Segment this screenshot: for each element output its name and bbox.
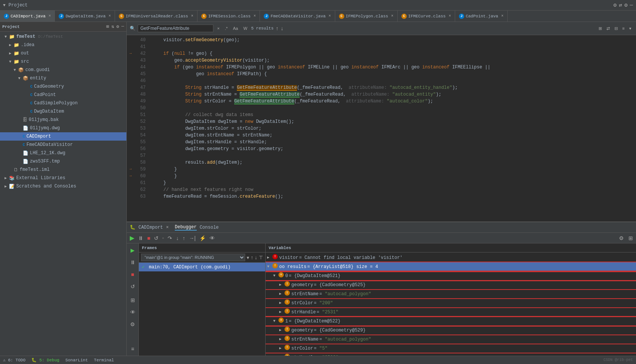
var-item-strhandle1[interactable]: ▶ ! strHandle = "2533" <box>266 353 636 356</box>
search-prev-btn[interactable]: ↑ <box>276 25 278 31</box>
tab-dwgdataitem-java[interactable]: J DwgDataItem.java × <box>55 11 115 22</box>
tree-item-zws53ff[interactable]: 📄 zws53FF.tmp <box>0 157 126 166</box>
tree-item-out[interactable]: ▶ 📁 out <box>0 49 126 57</box>
var-item-results[interactable]: ▼ ! oo results = {ArrayList@518} size = … <box>266 262 636 271</box>
tab-close[interactable]: × <box>391 14 393 18</box>
tree-item-cadgeometry[interactable]: C CadGeometry <box>0 82 126 91</box>
var-item-strentname0[interactable]: ▶ ! strEntName = "autocad_polygon" <box>266 290 636 299</box>
search-option3-btn[interactable]: ⊟ <box>613 25 619 32</box>
tree-item-externallibraries[interactable]: ▶ 📚 External Libraries <box>0 174 126 182</box>
search-regex-btn[interactable]: .* <box>223 25 229 31</box>
var-item-1[interactable]: ▼ ≡ 1 = {DwgDataItem@522} <box>266 317 636 326</box>
debug-title-close[interactable]: × <box>166 225 169 230</box>
code-editor[interactable]: 40 visitor.setFmeGeometry(geo); 41 → 42 … <box>127 35 636 221</box>
tree-item-scratches[interactable]: ▶ 📝 Scratches and Consoles <box>0 182 126 191</box>
tree-item-fmecaddatavisitor[interactable]: C FmeCADDataVisitor <box>0 141 126 149</box>
chevron-icon[interactable]: ⇅ <box>111 24 114 29</box>
tree-item-dwgdataitem[interactable]: C DwgDataItem <box>0 107 126 116</box>
config-icon[interactable]: ⚙ <box>624 2 627 8</box>
search-input[interactable] <box>138 25 213 32</box>
tree-item-cadimport[interactable]: C CADImport <box>0 132 126 141</box>
search-case-btn[interactable]: Aa <box>232 25 239 31</box>
settings-icon[interactable]: ⚙ <box>613 2 616 8</box>
search-word-btn[interactable]: W <box>242 25 249 31</box>
tab-fmecaddatavisitor-java[interactable]: J FmeCADDataVisitor.java × <box>260 11 335 22</box>
search-option2-btn[interactable]: ⇄ <box>605 25 611 32</box>
settings-sidebar-icon[interactable]: ⚙ <box>117 24 119 29</box>
tree-item-cadsimplepolygon[interactable]: C CadSimplePolygon <box>0 99 126 107</box>
tree-item-fmetestiml[interactable]: 🗋 fmeTest.iml <box>0 166 126 174</box>
debug-pause-btn[interactable]: ⏸ <box>137 234 145 242</box>
tree-item-lhe12[interactable]: 📄 LHE_12_1K.dwg <box>0 149 126 157</box>
search-option4-btn[interactable]: ≡ <box>621 25 626 32</box>
debug-tab-debugger[interactable]: Debugger <box>175 225 197 231</box>
tree-item-fmetest[interactable]: ▼ 📁 fmeTest D:/fmeTest <box>0 33 126 41</box>
search-option1-btn[interactable]: ⊞ <box>597 25 603 32</box>
debug-settings-btn[interactable]: ⚙ <box>617 234 625 242</box>
tab-close[interactable]: × <box>329 14 331 18</box>
debug-side-more[interactable]: ≡ <box>128 344 138 354</box>
status-debug[interactable]: 🐛 5: Debug <box>31 358 59 362</box>
frame-up-btn[interactable]: ↑ <box>251 255 253 260</box>
layout-icon[interactable]: ⊞ <box>106 24 109 29</box>
tab-ifmepolygon-class[interactable]: C IFMEPolygon.class × <box>335 11 398 22</box>
var-item-0[interactable]: ▼ ≡ 0 = {DwgDataItem@521} <box>266 271 636 280</box>
debug-resume-btn[interactable]: ▶ <box>128 234 136 242</box>
tab-cadpoint-java[interactable]: J CadPoint.java × <box>455 11 508 22</box>
debug-stepin-btn[interactable]: ↓ <box>174 234 180 242</box>
var-item-geometry0[interactable]: ▶ ! geometry = {CadGeometry@525} <box>266 280 636 290</box>
debug-watches-btn[interactable]: 👁 <box>208 234 216 242</box>
status-terminal[interactable]: Terminal <box>94 358 114 362</box>
minimize-sidebar-icon[interactable]: ─ <box>121 24 124 29</box>
tab-close-cadimport[interactable]: × <box>48 14 51 18</box>
debug-stepout-btn[interactable]: ↑ <box>181 234 187 242</box>
debug-stepover-btn[interactable]: ↷ <box>166 234 174 242</box>
debug-layout-btn[interactable]: ⊞ <box>627 234 634 242</box>
tab-close[interactable]: × <box>449 14 451 18</box>
debug-evaluate-btn[interactable]: ⚡ <box>198 234 207 242</box>
search-clear-btn[interactable]: × <box>216 25 221 31</box>
arrange-icon[interactable]: ⇄ <box>619 2 622 8</box>
debug-side-pause[interactable]: ⏸ <box>128 257 138 268</box>
debug-side-stop[interactable]: ■ <box>128 269 138 280</box>
search-next-btn[interactable]: ↓ <box>281 25 283 31</box>
tree-item-src[interactable]: ▼ 📁 src <box>0 57 126 66</box>
tab-close[interactable]: × <box>253 14 256 18</box>
frame-down-btn[interactable]: ↓ <box>255 255 257 260</box>
tree-item-entity[interactable]: ▼ 📦 entity <box>0 74 126 82</box>
var-item-strcolor1[interactable]: ▶ ! strColor = "5" <box>266 344 636 353</box>
var-item-strentname1[interactable]: ▶ ! strEntName = "autocad_polygon" <box>266 335 636 344</box>
status-sonarlint[interactable]: SonarLint <box>65 358 88 362</box>
debug-runtocursor-btn[interactable]: →| <box>187 234 197 242</box>
thread-selector[interactable]: "main"@1 in group "main": RUNNING <box>141 254 245 261</box>
frame-item-main70[interactable]: ✓ main:70, CADImport (com.guodi) <box>139 263 265 271</box>
debug-side-watch[interactable]: 👁 <box>128 307 138 318</box>
debug-tab-console[interactable]: Console <box>200 225 219 231</box>
tree-item-01ljymqbak[interactable]: 🗄 01ljymq.bak <box>0 116 126 124</box>
debug-rerun-btn[interactable]: ↺ <box>152 234 160 242</box>
frame-filter-btn[interactable]: ▾ <box>247 255 249 260</box>
tab-close[interactable]: × <box>501 14 504 18</box>
tree-item-comguodi[interactable]: ▼ 📦 com.guodi <box>0 66 126 74</box>
tab-ifmeuniversalreader-class[interactable]: C IFMEUniversalReader.class × <box>115 11 197 22</box>
tree-item-cadpoint[interactable]: C CadPoint <box>0 91 126 99</box>
var-item-geometry1[interactable]: ▶ ! geometry = {CadGeometry@529} <box>266 326 636 335</box>
search-filter-btn[interactable]: ▾ <box>628 25 633 32</box>
tab-cadimport-java[interactable]: J CADImport.java × <box>0 11 55 22</box>
debug-side-settings[interactable]: ⚙ <box>128 319 138 330</box>
debug-side-resume[interactable]: ▶ <box>128 245 138 256</box>
debug-side-rerun[interactable]: ↺ <box>128 281 138 292</box>
tab-close[interactable]: × <box>109 14 111 18</box>
tab-ifmecurve-class[interactable]: C IFMECurve.class × <box>398 11 455 22</box>
var-item-strcolor0[interactable]: ▶ ! strColor = "200" <box>266 299 636 308</box>
tree-item-01ljymqdwg[interactable]: 📄 01ljymq.dwg <box>0 124 126 132</box>
debug-side-view[interactable]: ⊞ <box>128 295 138 305</box>
status-todo[interactable]: ⚠ 6: TODO <box>3 358 25 362</box>
var-item-visitor[interactable]: ▶ ! visitor = Cannot find local variable… <box>266 253 636 262</box>
frame-funnel-btn[interactable]: ⊤ <box>259 255 263 260</box>
var-item-strhandle0[interactable]: ▶ ! strHandle = "2531" <box>266 308 636 317</box>
tab-close[interactable]: × <box>191 14 193 18</box>
tree-item-idea[interactable]: ▶ 📁 .idea <box>0 41 126 49</box>
tab-ifmesession-class[interactable]: C IFMESession.class × <box>197 11 260 22</box>
debug-stop-btn[interactable]: ■ <box>146 234 152 242</box>
